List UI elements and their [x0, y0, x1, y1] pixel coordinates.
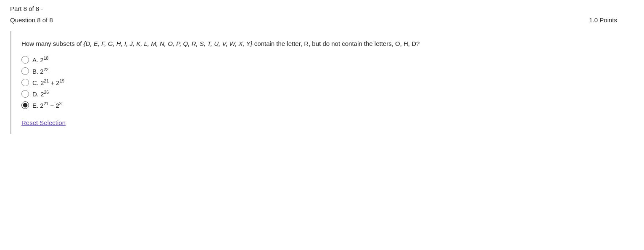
math-set: {D, E, F, G, H, I, J, K, L, M, N, O, P, …	[84, 40, 253, 47]
points-label: 1.0 Points	[589, 16, 617, 24]
option-radio-d[interactable]	[21, 90, 29, 98]
question-label: Question 8 of 8	[10, 16, 53, 24]
option-label-a[interactable]: A. 218	[32, 56, 48, 64]
option-radio-e[interactable]	[21, 101, 29, 109]
option-label-b[interactable]: B. 222	[32, 67, 48, 75]
reset-selection-button[interactable]: Reset Selection	[21, 119, 66, 126]
list-item: E. 221 − 23	[21, 101, 624, 109]
options-list: A. 218 B. 222 C. 221 + 219 D. 226 E. 221…	[21, 56, 624, 109]
question-header: Question 8 of 8 1.0 Points	[10, 16, 634, 24]
option-label-c[interactable]: C. 221 + 219	[32, 78, 64, 86]
list-item: D. 226	[21, 90, 624, 98]
option-radio-a[interactable]	[21, 56, 29, 64]
question-text: How many subsets of {D, E, F, G, H, I, J…	[21, 39, 624, 49]
list-item: C. 221 + 219	[21, 78, 624, 86]
question-box: How many subsets of {D, E, F, G, H, I, J…	[10, 31, 634, 134]
option-label-e[interactable]: E. 221 − 23	[32, 101, 62, 109]
question-text-after: contain the letter, R, but do not contai…	[253, 40, 420, 47]
option-radio-c[interactable]	[21, 79, 29, 86]
option-label-d[interactable]: D. 226	[32, 90, 49, 98]
list-item: B. 222	[21, 67, 624, 75]
list-item: A. 218	[21, 56, 624, 64]
option-radio-b[interactable]	[21, 67, 29, 75]
part-label: Part 8 of 8 -	[10, 5, 634, 12]
question-text-before: How many subsets of	[21, 40, 84, 47]
